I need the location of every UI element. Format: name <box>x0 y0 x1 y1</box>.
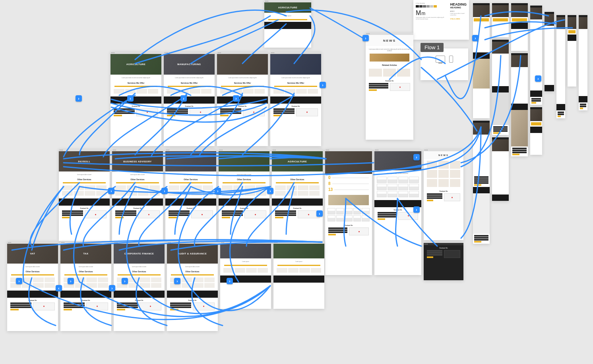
flow-anchor[interactable] <box>108 188 114 194</box>
flow-anchor[interactable] <box>472 35 479 41</box>
mobile-frame[interactable] <box>473 3 490 118</box>
contact-heading: Contact Us <box>115 207 160 209</box>
styleguide-glyph-lower: m <box>421 11 425 16</box>
section-heading: Other Services <box>7 269 58 273</box>
flow-label: Flow 1 <box>421 43 444 52</box>
desktop-icon <box>436 56 445 63</box>
hero-title: TAX <box>60 244 111 264</box>
flow-anchor[interactable] <box>180 95 187 102</box>
related-articles-heading: Related Articles <box>366 62 413 67</box>
mobile-frame[interactable] <box>492 137 509 201</box>
contact-heading: Contact Us <box>64 299 108 301</box>
frame-audit-assurance[interactable]: AUDIT & ASSURANCE Lorem ipsum dolor sit … <box>167 241 218 331</box>
styleguide-glyph-upper: M <box>416 10 421 16</box>
frame-vat[interactable]: VAT Lorem ipsum dolor sit amet Other Ser… <box>7 241 58 331</box>
swatch <box>419 5 422 8</box>
styleguide-heading: HEADING <box>450 2 467 6</box>
swatch <box>426 5 430 8</box>
frame-service-3[interactable]: Lorem ipsum dolor sit amet Other Service… <box>165 149 216 241</box>
frame-service-9[interactable]: Lorem ipsum <box>220 241 271 309</box>
flow-anchor[interactable] <box>362 35 369 41</box>
frame-payroll[interactable]: PAYROLL Lorem ipsum dolor sit amet Other… <box>59 149 110 241</box>
flow-start-card[interactable]: Flow 1 <box>421 48 468 80</box>
mobile-frame[interactable] <box>579 15 587 110</box>
hero-title: PAYROLL <box>59 151 110 171</box>
frame-agriculture-service[interactable]: AGRICULTURE Lorem ipsum dolor sit amet O… <box>272 149 323 241</box>
contact-heading: Contact Us <box>167 105 211 107</box>
mobile-frame[interactable] <box>511 3 528 51</box>
contact-heading: Contact Us <box>169 207 213 209</box>
frame-stats[interactable]: 0 8 13 Contact Us <box>325 149 372 275</box>
frame-contact-dark[interactable]: Contact Us <box>424 243 463 280</box>
contact-heading: Contact Us <box>222 207 266 209</box>
mobile-frame[interactable] <box>511 53 528 156</box>
hero-title <box>217 54 268 75</box>
frame-agriculture[interactable]: AGRICULTURE Lorem ipsum dolor sit amet c… <box>110 52 161 146</box>
flow-anchor[interactable] <box>413 206 420 213</box>
mobile-frame[interactable] <box>545 12 554 91</box>
mobile-frame[interactable] <box>473 121 490 244</box>
flow-anchor[interactable] <box>174 278 180 284</box>
flow-anchor[interactable] <box>413 154 420 160</box>
styleguide-colours-label: COLOURS <box>416 2 445 4</box>
contact-heading: Contact Us <box>117 299 161 301</box>
hero-title: AGRICULTURE <box>110 54 161 75</box>
flow-anchor[interactable] <box>267 188 273 194</box>
flow-anchor[interactable] <box>233 95 239 102</box>
flow-anchor[interactable] <box>109 285 115 291</box>
flow-anchor[interactable] <box>56 285 62 291</box>
frame-news[interactable]: NEWS Lorem ipsum dolor sit amet consecte… <box>366 33 413 140</box>
prototype-canvas[interactable]: COLOURS M m Lorem ipsum dolor sit amet c… <box>0 0 593 364</box>
frame-manufacturing[interactable]: MANUFACTURING Lorem ipsum dolor sit amet… <box>164 52 215 146</box>
frame-news-listing[interactable]: NEWS Contact Us <box>424 149 463 240</box>
flow-anchor[interactable] <box>227 278 233 284</box>
mobile-frame[interactable] <box>556 15 565 118</box>
news-heading: NEWS <box>366 35 413 46</box>
flow-anchor[interactable] <box>76 95 82 102</box>
section-heading: Services We Offer <box>110 80 161 85</box>
hero-title: CORPORATE FINANCE <box>114 244 165 264</box>
contact-heading: Contact Us <box>378 209 418 211</box>
frame-corporate-finance[interactable]: CORPORATE FINANCE Lorem ipsum dolor sit … <box>114 241 165 331</box>
mobile-frame[interactable] <box>530 107 542 155</box>
flow-anchor[interactable] <box>215 188 221 194</box>
frame-agriculture-home[interactable]: AGRICULTURE Lorem ipsum <box>264 0 311 48</box>
flow-anchor[interactable] <box>122 278 128 284</box>
hero-title <box>270 54 321 75</box>
section-heading: Services We Offer <box>164 80 215 85</box>
frame-business-advisory[interactable]: BUSINESS ADVISORY Lorem ipsum dolor sit … <box>112 149 163 241</box>
contact-heading: Contact Us <box>328 224 369 226</box>
contact-heading: Contact Us <box>10 299 55 301</box>
frame-service-4[interactable]: Lorem ipsum dolor sit amet Other Service… <box>219 149 269 241</box>
hero-title: BUSINESS ADVISORY <box>112 151 163 171</box>
flow-anchor[interactable] <box>161 188 168 194</box>
contact-heading: Contact Us <box>427 190 460 192</box>
flow-anchor[interactable] <box>127 95 134 102</box>
flow-anchor[interactable] <box>68 278 74 284</box>
contact-heading: Contact Us <box>427 247 460 249</box>
mobile-frame[interactable] <box>492 3 509 37</box>
flow-anchor[interactable] <box>535 75 541 82</box>
mobile-frame[interactable] <box>530 6 542 105</box>
flow-anchor[interactable] <box>16 278 22 284</box>
swatch <box>430 5 433 8</box>
flow-anchor[interactable] <box>316 210 323 217</box>
mobile-frame[interactable] <box>568 15 576 87</box>
swatch <box>434 5 437 8</box>
stat-value: 13 <box>328 187 333 192</box>
contact-heading: Contact Us <box>369 80 410 82</box>
section-heading: Other Services <box>167 269 218 273</box>
contact-heading: Contact Us <box>275 207 320 209</box>
section-heading: Other Services <box>59 177 110 181</box>
hero-title: AGRICULTURE <box>264 2 311 13</box>
frame-service-10[interactable]: Lorem ipsum <box>273 241 324 309</box>
section-heading: Other Services <box>114 269 165 273</box>
frame-sector-4[interactable]: Lorem ipsum dolor sit amet consectetur a… <box>270 52 321 146</box>
frame-sector-3[interactable]: Lorem ipsum dolor sit amet consectetur a… <box>217 52 268 146</box>
frame-tax[interactable]: TAX Lorem ipsum dolor sit amet Other Ser… <box>60 241 111 331</box>
flow-anchor[interactable] <box>320 82 326 88</box>
styleguide-body-label: BODY <box>450 10 467 12</box>
section-heading: Other Services <box>112 177 163 181</box>
phone-icon <box>449 56 453 63</box>
mobile-frame[interactable] <box>492 40 509 135</box>
